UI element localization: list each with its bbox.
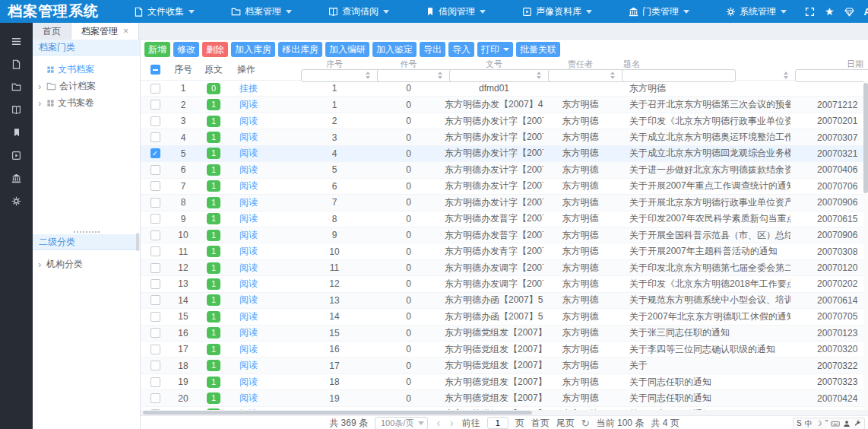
table-row[interactable]: 5 1 阅读 4 0 东方明德办发计字【2007】11号 东方明德 关于成立北京…: [141, 146, 868, 162]
row-checkbox[interactable]: [150, 132, 160, 142]
row-action-link[interactable]: 阅读: [230, 310, 296, 323]
row-action-link[interactable]: 阅读: [230, 98, 296, 111]
toolbar-button[interactable]: 修改: [173, 42, 199, 57]
tree-item[interactable]: › 文书案卷: [33, 94, 140, 111]
original-count-badge[interactable]: 1: [207, 294, 220, 306]
row-action-link[interactable]: 阅读: [230, 229, 296, 242]
sidebar-rail-item[interactable]: [0, 52, 33, 75]
table-row[interactable]: 3 1 阅读 2 0 东方明德办发计字【2007】4号 东方明德 关于印发《北京…: [141, 113, 868, 129]
sidebar-rail-item[interactable]: [0, 144, 33, 167]
table-row[interactable]: 7 1 阅读 6 0 东方明德办发计字【2007】27号 东方明德 关于开展20…: [141, 179, 868, 195]
sort-up-icon[interactable]: [784, 72, 788, 75]
sort-down-icon[interactable]: [610, 76, 615, 79]
row-action-link[interactable]: 阅读: [230, 392, 296, 405]
tree-item[interactable]: › 机构分类: [33, 256, 140, 272]
original-count-badge[interactable]: 1: [207, 377, 220, 388]
row-checkbox[interactable]: [150, 116, 160, 126]
table-row[interactable]: 17 1 阅读 16 0 东方明德党组发【2007】08号 东方明德 关于李四等…: [141, 342, 868, 358]
sidebar-rail-item[interactable]: [0, 167, 33, 189]
top-menu-item[interactable]: 系统管理: [708, 0, 805, 23]
row-checkbox[interactable]: [150, 198, 160, 208]
sort-spinner-icon[interactable]: [537, 72, 541, 79]
row-checkbox[interactable]: [150, 181, 160, 191]
sidebar-rail-item[interactable]: [0, 30, 33, 52]
table-row[interactable]: 10 1 阅读 9 0 东方明德办发普字【2007】32号 东方明德 关于开展全…: [141, 227, 868, 243]
row-checkbox[interactable]: [150, 165, 160, 175]
page-number-input[interactable]: [487, 417, 508, 429]
sort-down-icon[interactable]: [784, 76, 788, 79]
table-row[interactable]: 11 1 阅读 10 0 东方明德办发青字【2007】8号 东方明德 关于开展2…: [141, 243, 868, 259]
tab[interactable]: 首页: [33, 23, 71, 40]
tab[interactable]: 档案管理 ×: [71, 23, 139, 40]
toolbar-button[interactable]: 导入: [448, 42, 474, 57]
row-checkbox[interactable]: [150, 328, 160, 338]
toolbar-button[interactable]: 删除: [202, 42, 228, 57]
topbar-action[interactable]: [805, 7, 815, 17]
row-checkbox[interactable]: [150, 263, 160, 273]
ime-item[interactable]: [854, 420, 861, 427]
row-action-link[interactable]: 挂接: [230, 82, 296, 95]
table-row[interactable]: 14 1 阅读 13 0 东方明德办函【2007】53号 东方明德 关于规范东方…: [141, 293, 868, 309]
ime-item[interactable]: ”: [825, 420, 828, 427]
toolbar-button[interactable]: 导出: [420, 42, 445, 57]
sort-down-icon[interactable]: [537, 76, 541, 79]
ime-item[interactable]: S: [797, 420, 802, 427]
sort-down-icon[interactable]: [366, 76, 370, 79]
original-count-badge[interactable]: 1: [207, 278, 220, 290]
tree-item[interactable]: › 会计档案: [33, 78, 140, 94]
row-checkbox[interactable]: [150, 246, 160, 256]
row-action-link[interactable]: 阅读: [230, 212, 296, 225]
filter-column-label[interactable]: 序号: [296, 60, 372, 68]
topbar-action[interactable]: ★: [825, 6, 835, 17]
top-menu-item[interactable]: 声像资料库: [504, 0, 610, 23]
top-menu-item[interactable]: 查询借阅: [310, 0, 407, 23]
top-menu-item[interactable]: 门类管理: [610, 0, 708, 23]
sort-up-icon[interactable]: [537, 72, 541, 75]
row-checkbox[interactable]: [150, 230, 160, 240]
row-action-link[interactable]: 阅读: [230, 262, 296, 275]
sidebar-rail-item[interactable]: [0, 121, 33, 144]
table-row[interactable]: 15 1 阅读 14 0 东方明德办函【2007】59号 东方明德 关于2007…: [141, 309, 868, 325]
table-row[interactable]: 12 1 阅读 11 0 东方明德办发调字【2007】3号 东方明德 关于印发北…: [141, 260, 868, 276]
table-row[interactable]: 18 1 阅读 17 0 东方明德党组发【2007】09号 东方明德 关于 20…: [141, 358, 868, 373]
panel-scrollbar[interactable]: [136, 233, 139, 251]
vertical-scrollbar[interactable]: [863, 81, 868, 410]
row-checkbox[interactable]: [150, 312, 160, 322]
original-count-badge[interactable]: 0: [207, 83, 220, 94]
next-page-button[interactable]: ›: [448, 418, 455, 428]
page-size-select[interactable]: 100条/页: [375, 417, 428, 429]
toolbar-button[interactable]: 移出库房: [278, 42, 322, 57]
row-checkbox[interactable]: [150, 295, 160, 305]
row-checkbox[interactable]: [150, 393, 160, 403]
sort-up-icon[interactable]: [610, 72, 615, 75]
column-header-original[interactable]: 原文: [197, 59, 230, 80]
filter-column-label[interactable]: 件号: [372, 60, 445, 68]
table-row[interactable]: 19 1 阅读 18 0 东方明德党组发【2007】10号 东方明德 关于同志任…: [141, 374, 868, 390]
original-count-badge[interactable]: 1: [207, 262, 220, 274]
original-count-badge[interactable]: 1: [207, 213, 220, 224]
original-count-badge[interactable]: 1: [207, 246, 220, 257]
table-row[interactable]: 2 1 阅读 1 0 东方明德办发【2007】43号 东方明德 关于召开北京东方…: [141, 97, 868, 113]
original-count-badge[interactable]: 1: [207, 230, 220, 241]
chevron-right-icon[interactable]: ›: [38, 259, 46, 269]
filter-column-label[interactable]: 文号: [445, 60, 543, 68]
first-page-link[interactable]: 首页: [531, 417, 550, 429]
last-page-link[interactable]: 尾页: [556, 417, 575, 429]
sort-up-icon[interactable]: [438, 72, 442, 75]
original-count-badge[interactable]: 1: [207, 180, 220, 192]
row-checkbox[interactable]: [150, 148, 160, 158]
filter-column-label[interactable]: 日期: [790, 60, 868, 68]
row-action-link[interactable]: 阅读: [230, 326, 296, 339]
row-checkbox[interactable]: [150, 214, 160, 224]
row-action-link[interactable]: 阅读: [230, 115, 296, 128]
row-checkbox[interactable]: [150, 345, 160, 354]
row-checkbox[interactable]: [150, 100, 160, 110]
chevron-right-icon[interactable]: ›: [38, 81, 46, 91]
ime-item[interactable]: [843, 420, 851, 427]
topbar-action[interactable]: [844, 7, 854, 17]
sort-spinner-icon[interactable]: [438, 72, 442, 79]
row-action-link[interactable]: 阅读: [230, 180, 296, 192]
chevron-right-icon[interactable]: ›: [38, 98, 46, 108]
original-count-badge[interactable]: 1: [207, 164, 220, 176]
prev-page-button[interactable]: ‹: [435, 418, 442, 428]
